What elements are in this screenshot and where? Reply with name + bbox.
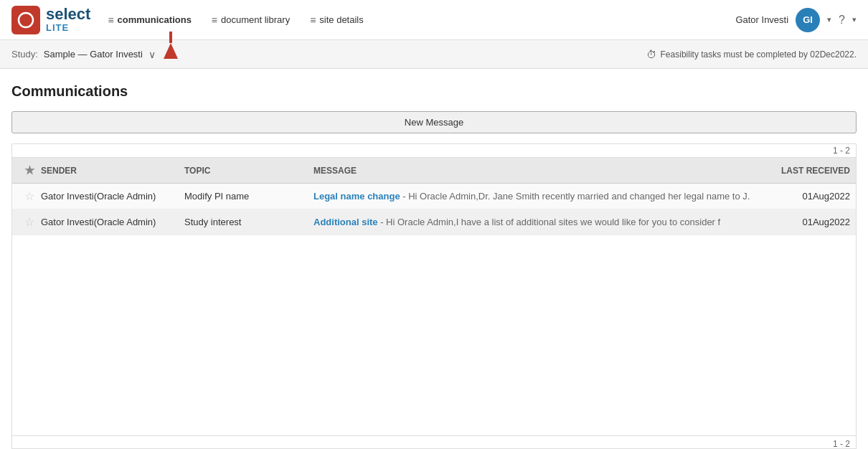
- message-body-row1: - Hi Oracle Admin,Dr. Jane Smith recentl…: [400, 191, 750, 202]
- study-label: Study:: [11, 49, 38, 60]
- nav-icon-site-details: ≡: [310, 14, 316, 26]
- table-row: ☆ Gator Investi(Oracle Admin) Study inte…: [12, 209, 856, 235]
- user-name: Gator Investi: [735, 14, 788, 25]
- message-row2[interactable]: Additional site - Hi Oracle Admin,I have…: [313, 217, 757, 227]
- communications-table: 1 - 2 ★ SENDER TOPIC MESSAGE LAST RECEIV…: [11, 143, 857, 449]
- header-star[interactable]: ★: [18, 164, 41, 177]
- header-right: Gator Investi GI ▾ ? ▾: [735, 8, 857, 32]
- main-content: Communications New Message 1 - 2 ★ SENDE…: [0, 69, 868, 449]
- nav-label-communications: communications: [118, 14, 192, 25]
- nav-item-site-details[interactable]: ≡ site details: [310, 14, 364, 26]
- topic-row1: Modify PI name: [184, 191, 313, 202]
- header-sender: SENDER: [41, 166, 184, 176]
- header-message: MESSAGE: [313, 166, 757, 176]
- table-row: ☆ Gator Investi(Oracle Admin) Modify PI …: [12, 184, 856, 209]
- pagination-top: 1 - 2: [12, 144, 856, 158]
- logo-lite: LITE: [46, 23, 90, 33]
- nav-icon-communications: ≡: [108, 14, 113, 26]
- pagination-bottom: 1 - 2: [12, 435, 856, 449]
- clock-icon: ⏱: [646, 49, 656, 60]
- logo-select: select: [46, 6, 90, 23]
- nav-item-document-library[interactable]: ≡ document library: [212, 14, 290, 26]
- user-avatar[interactable]: GI: [796, 8, 820, 32]
- svg-point-0: [19, 13, 33, 27]
- header: select LITE ≡ communications ≡ document …: [0, 0, 868, 40]
- logo-text: select LITE: [46, 6, 90, 33]
- user-chevron-icon[interactable]: ▾: [827, 15, 831, 24]
- message-link-row1[interactable]: Legal name change: [313, 191, 400, 202]
- deadline-text: Feasibility tasks must be completed by 0…: [661, 49, 857, 60]
- app-logo-icon: [11, 6, 40, 34]
- topic-row2: Study interest: [184, 217, 313, 227]
- last-received-row2: 01Aug2022: [757, 217, 850, 227]
- study-dropdown-icon[interactable]: ∨: [148, 49, 156, 60]
- new-message-button[interactable]: New Message: [11, 111, 857, 133]
- study-name: Sample — Gator Investi: [44, 49, 143, 60]
- nav-label-document-library: document library: [221, 14, 290, 25]
- pagination-top-label: 1 - 2: [833, 146, 850, 156]
- page-title: Communications: [11, 83, 857, 100]
- pagination-bottom-label: 1 - 2: [833, 439, 850, 449]
- help-chevron-icon[interactable]: ▾: [852, 15, 857, 24]
- sender-row1: Gator Investi(Oracle Admin): [41, 191, 184, 202]
- nav-label-site-details: site details: [319, 14, 363, 25]
- message-link-row2[interactable]: Additional site: [313, 217, 378, 227]
- last-received-row1: 01Aug2022: [757, 191, 850, 202]
- header-last-received: LAST RECEIVED: [757, 166, 850, 176]
- star-icon-row1[interactable]: ☆: [18, 189, 41, 203]
- message-body-row2: - Hi Oracle Admin,I have a list of addit…: [378, 217, 721, 227]
- star-icon-row2[interactable]: ☆: [18, 215, 41, 229]
- header-topic: TOPIC: [184, 166, 313, 176]
- nav-menu: ≡ communications ≡ document library ≡ si…: [108, 14, 735, 26]
- logo-area[interactable]: select LITE: [11, 6, 90, 34]
- nav-item-communications[interactable]: ≡ communications: [108, 14, 191, 26]
- table-header: ★ SENDER TOPIC MESSAGE LAST RECEIVED: [12, 158, 856, 184]
- study-bar-right: ⏱ Feasibility tasks must be completed by…: [646, 49, 857, 60]
- study-bar: Study: Sample — Gator Investi ∨ ⏱ Feasib…: [0, 40, 868, 69]
- sender-row2: Gator Investi(Oracle Admin): [41, 217, 184, 227]
- arrow-shaft: [169, 32, 172, 43]
- arrow-up: [164, 43, 178, 59]
- table-empty-area: [12, 235, 856, 435]
- arrow-indicator: [164, 32, 178, 59]
- help-icon[interactable]: ?: [839, 14, 845, 27]
- message-row1[interactable]: Legal name change - Hi Oracle Admin,Dr. …: [313, 191, 757, 202]
- nav-icon-document-library: ≡: [212, 14, 217, 26]
